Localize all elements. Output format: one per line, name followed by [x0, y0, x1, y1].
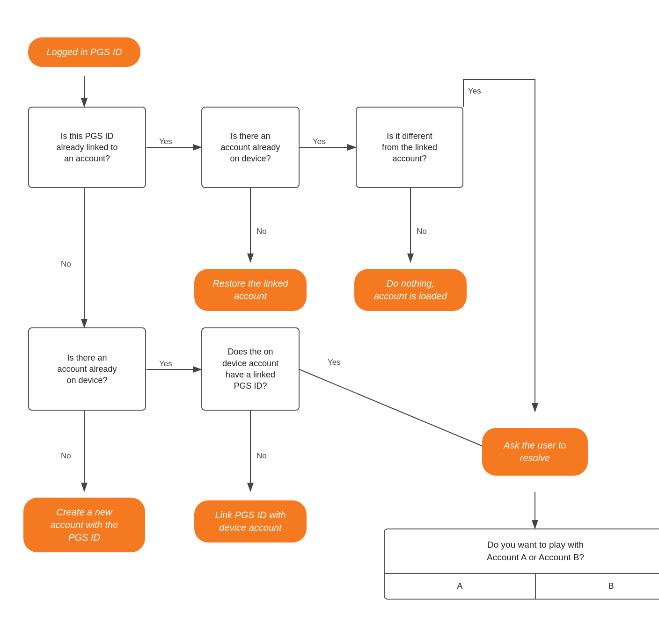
q2-yes-label: Yes	[313, 137, 326, 146]
q5-box: Does the on device account have a linked…	[201, 327, 300, 411]
q1-label: Is this PGS ID already linked to an acco…	[56, 130, 117, 165]
q4-yes-label: Yes	[159, 359, 172, 368]
restore-node: Restore the linked account	[194, 262, 307, 318]
dialog-node: Do you want to play with Account A or Ac…	[384, 528, 659, 600]
q4-node: Is there an account already on device?	[28, 327, 146, 411]
q4-no-label: No	[61, 451, 71, 460]
q3-yes-label: Yes	[468, 87, 481, 95]
dialog-btn-b[interactable]: B	[535, 574, 659, 599]
flowchart: Yes No Yes No Yes No Yes No Yes No Logg	[0, 0, 659, 644]
q2-box: Is there an account already on device?	[201, 107, 300, 188]
q3-no-label: No	[417, 227, 427, 236]
dialog-text: Do you want to play with Account A or Ac…	[385, 529, 659, 573]
donothing-node: Do nothing, account is loaded	[354, 262, 467, 318]
link-label: Link PGS ID with device account	[194, 500, 307, 543]
q3-node: Is it different from the linked account?	[356, 107, 463, 188]
svg-line-9	[300, 369, 496, 452]
q2-node: Is there an account already on device?	[201, 107, 300, 188]
q4-label: Is there an account already on device?	[57, 352, 117, 386]
create-node: Create a new account with the PGS ID	[23, 491, 145, 559]
q5-no-label: No	[256, 451, 267, 460]
q1-no-label: No	[61, 260, 71, 268]
q1-yes-label: Yes	[159, 137, 172, 146]
donothing-label: Do nothing, account is loaded	[354, 269, 467, 311]
q2-no-label: No	[256, 227, 267, 236]
create-label: Create a new account with the PGS ID	[23, 498, 145, 552]
q3-box: Is it different from the linked account?	[356, 107, 463, 188]
q5-node: Does the on device account have a linked…	[201, 327, 300, 411]
q5-yes-label: Yes	[328, 358, 341, 367]
q2-label: Is there an account already on device?	[220, 130, 280, 165]
ask-node: Ask the user to resolve	[482, 412, 588, 492]
ask-label: Ask the user to resolve	[482, 428, 588, 476]
q5-label: Does the on device account have a linked…	[222, 346, 278, 391]
restore-label: Restore the linked account	[194, 269, 307, 311]
q1-box: Is this PGS ID already linked to an acco…	[28, 107, 146, 188]
q4-box: Is there an account already on device?	[28, 327, 146, 411]
link-node: Link PGS ID with device account	[194, 491, 307, 552]
dialog-buttons: A B	[385, 573, 659, 599]
start-label: Logged in PGS ID	[28, 37, 140, 67]
start-node: Logged in PGS ID	[28, 28, 140, 76]
q3-label: Is it different from the linked account?	[382, 130, 437, 165]
q1-node: Is this PGS ID already linked to an acco…	[28, 107, 146, 188]
dialog-btn-a[interactable]: A	[385, 574, 535, 599]
